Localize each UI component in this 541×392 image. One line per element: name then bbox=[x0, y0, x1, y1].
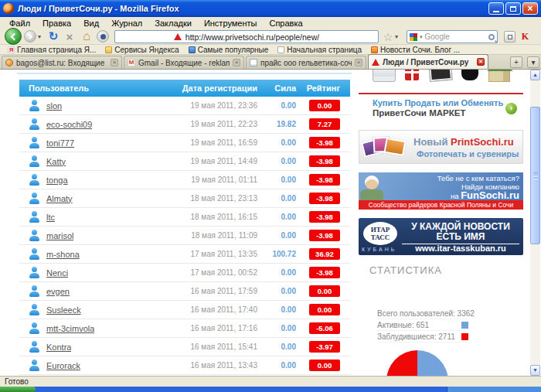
list-all-tabs-button[interactable]: ▾ bbox=[527, 56, 539, 68]
market-ad-line1[interactable]: Купить Продать или Обменять bbox=[373, 98, 503, 107]
google-logo-icon bbox=[410, 33, 417, 41]
tab-bar: bagos@list.ru: Входящие×MGmail - Входящи… bbox=[0, 55, 541, 70]
username-link[interactable]: Almaty bbox=[46, 194, 73, 203]
tab-close-button[interactable]: × bbox=[355, 59, 362, 66]
new-tab-button[interactable]: + bbox=[510, 56, 522, 68]
table-row: eco-sochi0919 мая 2011, 22:2319.827.27 bbox=[19, 115, 350, 134]
username-link[interactable]: evgen bbox=[46, 287, 70, 296]
funsochi-ad-banner[interactable]: Тебе не с кем кататься? Найди компанию н… bbox=[359, 172, 523, 210]
itar-url[interactable]: www.itar-tasskuban.ru bbox=[402, 244, 519, 253]
user-avatar-icon bbox=[29, 360, 40, 371]
username-link[interactable]: Nenci bbox=[46, 268, 68, 278]
back-button[interactable] bbox=[5, 28, 22, 45]
rider-body-icon bbox=[360, 189, 383, 200]
bookmark-item[interactable]: Самые популярные bbox=[185, 46, 272, 54]
tab-close-button[interactable]: × bbox=[111, 59, 118, 66]
tab-favicon-icon bbox=[250, 59, 257, 66]
forward-button[interactable] bbox=[24, 30, 36, 43]
url-text[interactable]: http://www.privetsochi.ru/people/new/ bbox=[185, 32, 319, 42]
strength-value: 0.00 bbox=[257, 194, 296, 203]
registration-date: 18 мая 2011, 16:15 bbox=[176, 213, 257, 221]
menu-item[interactable]: Закладки bbox=[148, 18, 198, 29]
registration-date: 16 мая 2011, 13:43 bbox=[176, 361, 257, 370]
menu-item[interactable]: Журнал bbox=[105, 18, 148, 29]
table-row: ltc18 мая 2011, 16:150.00-3.98 bbox=[19, 208, 350, 227]
menu-item[interactable]: Справка bbox=[263, 18, 308, 29]
funsochi-ad-strip: Сообщество райдеров Красной Поляны и Соч… bbox=[359, 200, 523, 210]
column-header-user: Пользователь bbox=[19, 84, 176, 93]
printsochi-subtitle: Фотопечать и сувениры bbox=[417, 149, 519, 159]
table-header-row: Пользователь Дата регистрации Сила Рейти… bbox=[19, 80, 350, 97]
statistics-heading: СТАТИСТИКА bbox=[369, 264, 442, 276]
menu-item[interactable]: Инструменты bbox=[198, 18, 264, 29]
bookmark-item[interactable]: Сервисы Яндекса bbox=[102, 46, 182, 54]
market-go-arrow-icon[interactable]: › bbox=[505, 103, 517, 114]
restore-button[interactable] bbox=[505, 2, 521, 15]
system-tray[interactable] bbox=[447, 387, 541, 392]
rating-badge: 7.27 bbox=[309, 118, 340, 130]
address-bar[interactable]: http://www.privetsochi.ru/people/new/ bbox=[114, 30, 379, 43]
itar-tass-ad-banner[interactable]: ИТАРТАСС КУБАНЬ У КАЖДОЙ НОВОСТИ ЕСТЬ ИМ… bbox=[359, 218, 523, 255]
table-row: m-shona17 мая 2011, 13:35100.7236.92 bbox=[19, 245, 350, 264]
user-avatar-icon bbox=[29, 248, 40, 260]
username-link[interactable]: ltc bbox=[46, 213, 55, 222]
scrollbar-thumb[interactable] bbox=[530, 107, 540, 244]
windows-taskbar[interactable] bbox=[0, 387, 541, 392]
bookmark-item[interactable]: ЯГлавная страница Я... bbox=[5, 46, 99, 54]
username-link[interactable]: Kontra bbox=[46, 343, 71, 352]
browser-tab[interactable]: Люди / ПриветСочи.ру× bbox=[368, 54, 488, 69]
table-row: Eurorack16 мая 2011, 13:430.000.00 bbox=[19, 356, 350, 375]
back-arrow-icon bbox=[11, 32, 19, 40]
toolbar-extension-button[interactable] bbox=[504, 31, 515, 43]
tab-close-button[interactable]: × bbox=[233, 59, 240, 66]
site-favicon-icon bbox=[174, 33, 182, 40]
username-link[interactable]: Katty bbox=[46, 157, 66, 166]
username-link[interactable]: marisol bbox=[46, 231, 73, 240]
strength-value: 19.82 bbox=[257, 120, 296, 128]
menu-item[interactable]: Правка bbox=[36, 18, 77, 29]
minimize-button[interactable] bbox=[488, 2, 504, 15]
photo-icon bbox=[429, 70, 452, 81]
market-ad-line2[interactable]: ПриветСочи МАРКЕТ bbox=[373, 108, 465, 118]
username-link[interactable]: slon bbox=[46, 101, 62, 111]
close-button[interactable]: × bbox=[522, 2, 538, 15]
scroll-up-button[interactable]: ▲ bbox=[530, 70, 540, 80]
username-link[interactable]: Eurorack bbox=[46, 361, 80, 370]
history-dropdown-caret[interactable]: ▾ bbox=[38, 33, 41, 40]
stop-button[interactable]: × bbox=[63, 29, 77, 43]
user-avatar-icon bbox=[29, 193, 40, 204]
extension-button[interactable] bbox=[97, 30, 109, 43]
tab-close-button[interactable]: × bbox=[477, 58, 485, 66]
menu-item[interactable]: Вид bbox=[77, 18, 105, 29]
bookmark-star-icon[interactable]: ☆ bbox=[382, 30, 394, 43]
vertical-scrollbar[interactable]: ▲ ▼ bbox=[530, 70, 540, 376]
menu-item[interactable]: Файл bbox=[3, 18, 36, 29]
username-link[interactable]: mtt-3cimvola bbox=[46, 324, 94, 333]
browser-tab[interactable]: MGmail - Входящие - reklamavsochi@g...× bbox=[124, 56, 244, 69]
kaspersky-icon[interactable]: K bbox=[519, 31, 531, 43]
search-magnifier-icon[interactable] bbox=[488, 34, 495, 40]
username-link[interactable]: eco-sochi09 bbox=[46, 120, 92, 129]
username-link[interactable]: tonga bbox=[46, 176, 68, 185]
printsochi-ad-banner[interactable]: Новый PrintSochi.ru Фотопечать и сувенир… bbox=[359, 130, 523, 164]
username-link[interactable]: Susleeck bbox=[46, 305, 81, 315]
user-avatar-icon bbox=[29, 267, 40, 278]
bookmark-item[interactable]: Новости Сочи. Блог ... bbox=[368, 46, 463, 54]
bookmark-label: Новости Сочи. Блог ... bbox=[380, 46, 460, 54]
search-engine-caret[interactable]: ▾ bbox=[420, 34, 423, 40]
home-button[interactable]: ⌂ bbox=[80, 29, 94, 43]
search-input[interactable]: ▾ Google bbox=[407, 30, 498, 43]
bookmark-item[interactable]: Начальная страница bbox=[274, 46, 365, 54]
username-link[interactable]: m-shona bbox=[46, 250, 80, 259]
strength-value: 100.72 bbox=[257, 250, 296, 258]
market-ad-banner[interactable]: Купить Продать или Обменять ПриветСочи М… bbox=[359, 70, 523, 121]
start-button[interactable] bbox=[0, 387, 36, 392]
scroll-down-button[interactable]: ▼ bbox=[530, 365, 540, 376]
titlebar[interactable]: Люди / ПриветСочи.ру - Mozilla Firefox × bbox=[0, 0, 541, 17]
browser-tab[interactable]: bagos@list.ru: Входящие× bbox=[2, 56, 122, 69]
reload-button[interactable]: ↻ bbox=[46, 29, 60, 43]
username-link[interactable]: toni777 bbox=[46, 138, 74, 148]
registration-date: 18 мая 2011, 11:09 bbox=[176, 231, 257, 240]
bookmark-dropdown-caret[interactable]: ▾ bbox=[395, 33, 398, 40]
browser-tab[interactable]: прайс ооо гельветика-сочи× bbox=[246, 56, 366, 69]
